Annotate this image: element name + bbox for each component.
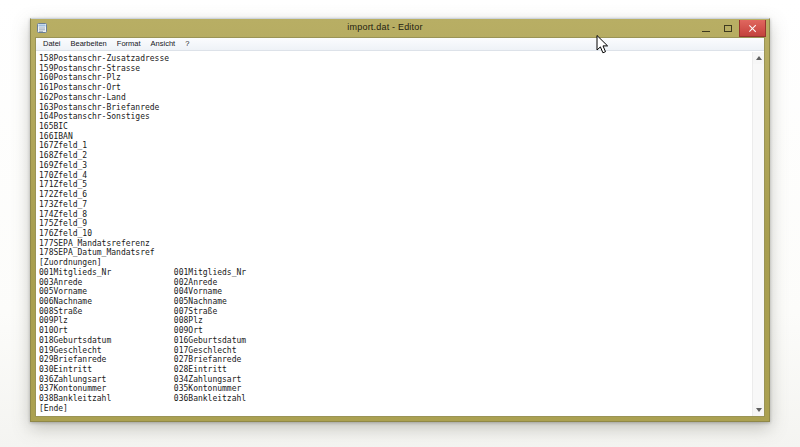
title-bar[interactable]: import.dat - Editor [31,19,769,37]
menu-bar: DateiBearbeitenFormatAnsicht? [36,38,764,51]
editor-line: 161Postanschr-Ort [39,83,752,93]
editor-line: 163Postanschr-Briefanrede [39,103,752,113]
editor-line: 164Postanschr-Sonstiges [39,112,752,122]
editor-line: 036Zahlungsart 034Zahlungsart [39,375,752,385]
text-content[interactable]: 158Postanschr-Zusatzadresse159Postanschr… [36,52,752,416]
editor-line: 168Zfeld_2 [39,151,752,161]
editor-line: 162Postanschr-Land [39,93,752,103]
editor-line: 006Nachname 005Nachname [39,297,752,307]
editor-line: 159Postanschr-Strasse [39,64,752,74]
editor-line: 010Ort 009Ort [39,326,752,336]
maximize-icon [724,25,732,32]
editor-line: 172Zfeld_6 [39,190,752,200]
menu-item-ansicht[interactable]: Ansicht [146,38,181,50]
editor-line: 001Mitglieds_Nr 001Mitglieds_Nr [39,268,752,278]
editor-line: 178SEPA_Datum_Mandatsref [39,248,752,258]
close-icon [749,25,756,32]
window-client-area: DateiBearbeitenFormatAnsicht? 158Postans… [35,37,765,417]
editor-line: 177SEPA_Mandatsreferenz [39,239,752,249]
editor-line: 170Zfeld_4 [39,171,752,181]
scroll-down-icon [756,408,762,412]
editor-line: 018Geburtsdatum 016Geburtsdatum [39,336,752,346]
vertical-scrollbar[interactable] [752,52,764,416]
notepad-window: import.dat - Editor DateiBearbeitenForma… [30,18,770,422]
editor-line: 008Straße 007Straße [39,307,752,317]
editor-line: 038Bankleitzahl 036Bankleitzahl [39,394,752,404]
editor-line: 167Zfeld_1 [39,141,752,151]
close-button[interactable] [739,20,766,37]
notepad-icon [37,23,47,33]
window-controls [695,20,766,37]
menu-item-datei[interactable]: Datei [38,38,66,50]
editor-line: 174Zfeld_8 [39,210,752,220]
editor-line: [Zuordnungen] [39,258,752,268]
editor-line: 003Anrede 002Anrede [39,278,752,288]
editor-line: 037Kontonummer 035Kontonummer [39,384,752,394]
scroll-up-button[interactable] [753,52,764,64]
editor-line: 173Zfeld_7 [39,200,752,210]
scroll-down-button[interactable] [753,404,764,416]
editor-line: 019Geschlecht 017Geschlecht [39,346,752,356]
menu-item-help[interactable]: ? [180,38,194,50]
editor-line: 030Eintritt 028Eintritt [39,365,752,375]
editor-line: 158Postanschr-Zusatzadresse [39,54,752,64]
editor-line: 169Zfeld_3 [39,161,752,171]
editor-line: 009Plz 008Plz [39,316,752,326]
editor-line: 029Briefanrede 027Briefanrede [39,355,752,365]
window-title: import.dat - Editor [91,22,679,32]
editor-line: 005Vorname 004Vorname [39,287,752,297]
editor-line: 171Zfeld_5 [39,180,752,190]
minimize-button[interactable] [695,20,717,37]
editor-line: 175Zfeld_9 [39,219,752,229]
editor-line: 176Zfeld_10 [39,229,752,239]
editor-line: 165BIC [39,122,752,132]
editor-line: [Ende] [39,404,752,414]
maximize-button[interactable] [717,20,739,37]
editor-line: 166IBAN [39,132,752,142]
minimize-icon [702,31,710,32]
menu-item-format[interactable]: Format [112,38,146,50]
editor-line: 160Postanschr-Plz [39,73,752,83]
scroll-up-icon [756,56,762,60]
menu-item-bearbeiten[interactable]: Bearbeiten [66,38,112,50]
